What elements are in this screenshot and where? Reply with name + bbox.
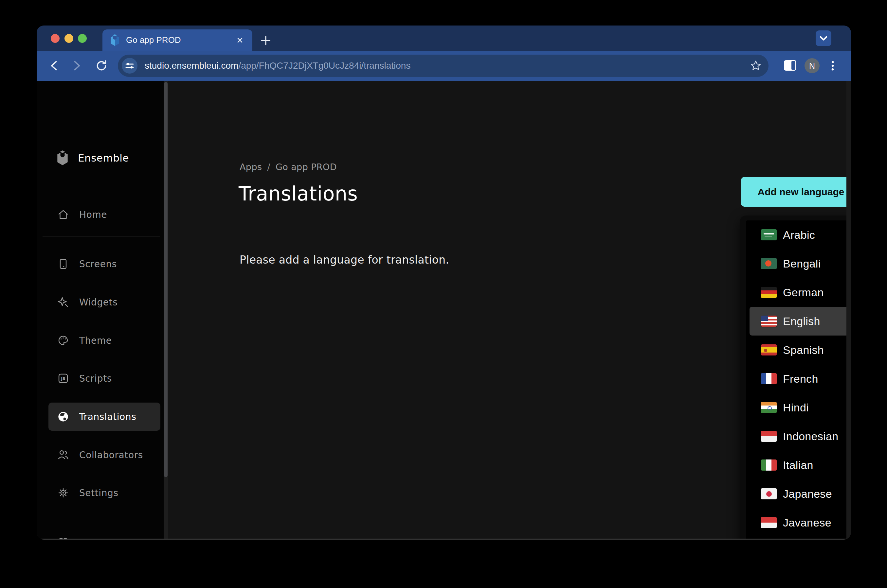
browser-toolbar: studio.ensembleui.com/app/FhQC7J2DjXTg0U… [37,51,851,81]
new-tab-icon[interactable] [259,34,272,47]
language-option-french[interactable]: French [746,364,851,393]
browser-tab[interactable]: Go app PROD [102,29,253,51]
url-path: /app/FhQC7J2DjXTg0UcJz84i/translations [238,60,410,70]
sidebar-item-screens[interactable]: Screens [48,250,160,278]
language-option-hindi[interactable]: Hindi [746,393,851,422]
ensemble-logo-icon [56,150,69,166]
breadcrumb-separator: / [267,162,271,172]
language-label: Spanish [783,344,824,357]
add-new-language-button[interactable]: Add new language [741,177,851,207]
language-label: Italian [783,459,813,472]
sidebar-divider [42,515,160,515]
bd-flag-icon [761,258,777,269]
sidebar-item-collaborators[interactable]: Collaborators [48,441,160,469]
page-content: Ensemble HomeScreensWidgetsThemeJSScript… [37,81,851,540]
sidebar-item-widgets[interactable]: Widgets [48,288,160,316]
sidebar-item-label: Settings [79,488,119,498]
language-label: Arabic [783,229,815,242]
language-dropdown: ArabicBengaliGermanEnglishSpanishFrenchH… [740,216,851,540]
sidebar-scrollbar[interactable] [164,81,168,540]
back-icon[interactable] [47,59,60,72]
screens-icon [57,258,69,270]
language-label: Javanese [783,516,831,529]
url-text[interactable]: studio.ensembleui.com/app/FhQC7J2DjXTg0U… [145,60,750,71]
sidebar-item-translations[interactable]: Translations [48,403,160,431]
language-option-spanish[interactable]: Spanish [746,336,851,364]
page-scrollbar[interactable] [846,81,851,540]
language-label: English [783,315,820,328]
forward-icon[interactable] [71,59,84,72]
language-label: Indonesian [783,430,838,443]
ensemble-favicon-icon [110,34,120,46]
in-flag-icon [761,402,777,413]
sidebar-scrollbar-thumb[interactable] [164,82,168,477]
tab-search-chevron-icon[interactable] [816,30,831,46]
fr-flag-icon [761,373,777,384]
language-option-english[interactable]: English [750,307,850,336]
collaborators-icon [57,449,69,461]
minimize-window-button[interactable] [65,34,73,43]
sidebar-item-label: Screens [79,259,117,270]
sidebar-item-theme[interactable]: Theme [48,326,160,354]
language-list: ArabicBengaliGermanEnglishSpanishFrenchH… [746,220,851,540]
close-window-button[interactable] [51,34,60,43]
home-icon [57,208,69,220]
page-title: Translations [239,182,358,205]
side-panel-icon[interactable] [783,60,797,71]
language-label: Bengali [783,257,821,270]
id-flag-icon [761,431,777,442]
language-label: French [783,372,818,385]
sidebar-item-docs[interactable]: Docs [48,528,160,540]
language-label: Hindi [783,401,809,414]
sidebar-item-label: Home [79,209,107,220]
reload-icon[interactable] [95,59,108,72]
es-flag-icon [761,344,777,356]
breadcrumb: Apps / Go app PROD [240,162,337,172]
svg-text:JS: JS [60,376,65,381]
sidebar-item-label: Translations [79,411,136,422]
language-option-german[interactable]: German [746,278,851,307]
breadcrumb-apps[interactable]: Apps [240,162,262,172]
bookmark-star-icon[interactable] [750,60,762,72]
sidebar-item-label: Scripts [79,373,112,384]
language-option-arabic[interactable]: Arabic [746,220,851,249]
language-option-javanese[interactable]: Javanese [746,508,851,537]
url-domain: studio.ensembleui.com [145,60,238,70]
jp-flag-icon [761,488,777,500]
sidebar-item-label: Widgets [79,297,117,308]
brand[interactable]: Ensemble [56,150,129,166]
id-flag-icon [761,517,777,528]
browser-menu-icon[interactable] [826,59,839,72]
sidebar-item-label: Collaborators [79,450,143,460]
sa-flag-icon [761,229,777,240]
language-option-japanese[interactable]: Japanese [746,479,851,508]
address-bar[interactable]: studio.ensembleui.com/app/FhQC7J2DjXTg0U… [118,55,768,77]
zoom-window-button[interactable] [78,34,87,43]
sidebar-item-label: Theme [79,335,112,346]
browser-window: Go app PROD [37,26,851,540]
sidebar-item-home[interactable]: Home [48,201,160,229]
translations-icon [57,411,69,423]
widgets-icon [57,296,69,308]
sidebar-item-settings[interactable]: Settings [48,479,160,507]
desktop-background: Go app PROD [0,0,887,588]
language-label: German [783,286,824,299]
site-settings-icon[interactable] [122,58,137,74]
window-bottom-edge [37,538,851,540]
profile-avatar[interactable]: N [804,58,819,73]
language-option-bengali[interactable]: Bengali [746,249,851,278]
empty-state-message: Please add a language for translation. [240,254,449,266]
avatar-initial: N [809,61,815,70]
scripts-icon: JS [57,372,69,384]
de-flag-icon [761,287,777,298]
language-option-indonesian[interactable]: Indonesian [746,422,851,451]
us-flag-icon [761,316,777,327]
sidebar-item-scripts[interactable]: JSScripts [48,364,160,392]
language-option-italian[interactable]: Italian [746,451,851,479]
breadcrumb-app-name[interactable]: Go app PROD [275,162,337,172]
main-area: Apps / Go app PROD Translations Please a… [168,81,851,540]
close-tab-icon[interactable] [235,35,245,45]
language-label: Japanese [783,488,832,500]
browser-titlebar: Go app PROD [37,26,851,51]
theme-icon [57,334,69,346]
